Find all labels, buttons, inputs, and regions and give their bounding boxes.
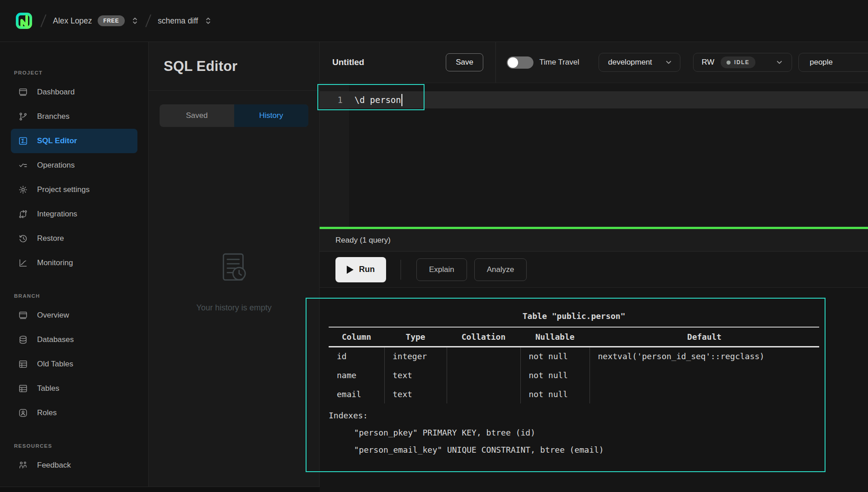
result-cell: [590, 384, 819, 403]
sidebar-item-sql-editor[interactable]: SQL Editor: [11, 129, 137, 153]
indexes-label: Indexes:: [329, 407, 819, 424]
tab-history[interactable]: History: [234, 104, 309, 127]
result-cell: [447, 365, 520, 384]
sidebar-item-monitoring[interactable]: Monitoring: [11, 251, 137, 275]
time-travel-label: Time Travel: [539, 58, 590, 67]
status-dot-icon: [726, 61, 731, 65]
query-actions: Run Explain Analyze: [320, 252, 868, 288]
result-cell: not null: [520, 347, 590, 365]
result-cell: text: [384, 365, 447, 384]
sidebar-item-label: Roles: [37, 408, 57, 417]
monitoring-icon: [18, 258, 28, 268]
sidebar-item-overview[interactable]: Overview: [11, 303, 137, 328]
history-empty-text: Your history is empty: [196, 303, 271, 313]
sidebar-item-label: Overview: [37, 311, 69, 320]
database-icon: [18, 335, 28, 345]
sql-editor-icon: [18, 136, 28, 146]
sidebar-item-label: Operations: [37, 161, 75, 170]
database-selector[interactable]: people: [798, 53, 868, 72]
result-table-header-row: ColumnTypeCollationNullableDefault: [329, 327, 819, 347]
sidebar-item-label: Restore: [37, 234, 64, 243]
editor-active-line[interactable]: 1 \d person: [320, 91, 868, 108]
result-column-header: Collation: [447, 327, 520, 347]
result-cell: nextval('person_id_seq'::regclass): [590, 347, 819, 365]
sidebar-item-project-settings[interactable]: Project settings: [11, 178, 137, 202]
integrations-icon: [18, 209, 28, 219]
endpoint-selector[interactable]: RW IDLE: [693, 53, 792, 72]
result-cell: [447, 347, 520, 365]
chevron-down-icon: [775, 58, 783, 66]
sidebar-item-label: Integrations: [37, 210, 77, 219]
result-cell: not null: [520, 384, 590, 403]
bottom-band: [0, 487, 320, 492]
run-button[interactable]: Run: [335, 257, 386, 282]
sidebar-item-feedback[interactable]: Feedback: [11, 453, 137, 478]
indexes-block: Indexes: "person_pkey" PRIMARY KEY, btre…: [329, 407, 819, 459]
sidebar-item-label: Project settings: [37, 185, 90, 194]
dashboard-icon: [18, 87, 28, 97]
index-line: "person_pkey" PRIMARY KEY, btree (id): [329, 424, 819, 441]
play-icon: [347, 266, 354, 274]
overview-icon: [18, 310, 28, 320]
status-text: Ready (1 query): [335, 236, 391, 245]
sidebar-item-restore[interactable]: Restore: [11, 226, 137, 251]
query-title[interactable]: Untitled: [332, 57, 364, 67]
text-cursor: [401, 94, 402, 106]
operations-icon: [18, 160, 28, 170]
breadcrumb-org[interactable]: Alex Lopez: [53, 16, 92, 26]
result-column-header: Column: [329, 327, 384, 347]
result-cell: integer: [384, 347, 447, 365]
time-travel-toggle[interactable]: [507, 56, 533, 69]
table-icon: [18, 384, 28, 394]
sidebar-nav: PROJECTDashboardBranchesSQL EditorOperat…: [0, 42, 149, 492]
endpoint-status-badge: IDLE: [721, 56, 755, 68]
table-row: idintegernot nullnextval('person_id_seq'…: [329, 347, 819, 365]
index-line: "person_email_key" UNIQUE CONSTRAINT, bt…: [329, 441, 819, 459]
tab-saved[interactable]: Saved: [160, 104, 234, 127]
sidebar-item-roles[interactable]: Roles: [11, 401, 137, 425]
restore-icon: [18, 234, 28, 244]
sidebar-item-label: SQL Editor: [37, 136, 77, 145]
explain-button[interactable]: Explain: [416, 258, 467, 281]
result-cell: [590, 365, 819, 384]
sidebar-item-label: Monitoring: [37, 258, 73, 267]
sql-editor-panel: SQL Editor Saved History Your history is…: [149, 42, 320, 492]
sql-query-text: \d person: [354, 95, 401, 105]
sidebar-item-label: Old Tables: [37, 360, 73, 369]
org-switcher-caret-icon[interactable]: [131, 16, 139, 26]
result-table-body: idintegernot nullnextval('person_id_seq'…: [329, 347, 819, 403]
result-table: ColumnTypeCollationNullableDefault idint…: [329, 327, 819, 403]
sidebar-item-operations[interactable]: Operations: [11, 153, 137, 178]
neon-logo-icon[interactable]: [14, 11, 34, 31]
line-number: 1: [320, 95, 349, 105]
sidebar-item-databases[interactable]: Databases: [11, 328, 137, 352]
sidebar-item-label: Databases: [37, 335, 74, 344]
sidebar-item-label: Branches: [37, 112, 70, 121]
sql-code-editor[interactable]: 1 \d person: [320, 83, 868, 227]
branch-selector[interactable]: development: [599, 53, 680, 72]
sidebar-item-old-tables[interactable]: Old Tables: [11, 352, 137, 376]
result-table-title: Table "public.person": [329, 311, 819, 321]
plan-badge: FREE: [98, 15, 125, 26]
feedback-icon: [18, 460, 28, 470]
result-cell: [447, 384, 520, 403]
breadcrumb-separator: [40, 14, 46, 28]
save-button[interactable]: Save: [446, 53, 483, 71]
sidebar-item-tables[interactable]: Tables: [11, 376, 137, 401]
sidebar-item-dashboard[interactable]: Dashboard: [11, 80, 137, 104]
sidebar-item-branches[interactable]: Branches: [11, 104, 137, 129]
breadcrumb-project[interactable]: schema diff: [158, 16, 198, 26]
sidebar-section-label: RESOURCES: [14, 443, 148, 449]
branches-icon: [18, 112, 28, 122]
panel-header: SQL Editor: [149, 42, 319, 91]
sidebar-item-label: Feedback: [37, 461, 71, 470]
result-column-header: Default: [590, 327, 819, 347]
top-bar: Alex Lopez FREE schema diff: [0, 0, 868, 42]
project-switcher-caret-icon[interactable]: [204, 16, 212, 26]
table-row: emailtextnot null: [329, 384, 819, 403]
sidebar-item-integrations[interactable]: Integrations: [11, 202, 137, 226]
result-cell: id: [329, 347, 384, 365]
result-column-header: Nullable: [520, 327, 590, 347]
analyze-button[interactable]: Analyze: [474, 258, 527, 281]
page-title: SQL Editor: [164, 58, 237, 75]
